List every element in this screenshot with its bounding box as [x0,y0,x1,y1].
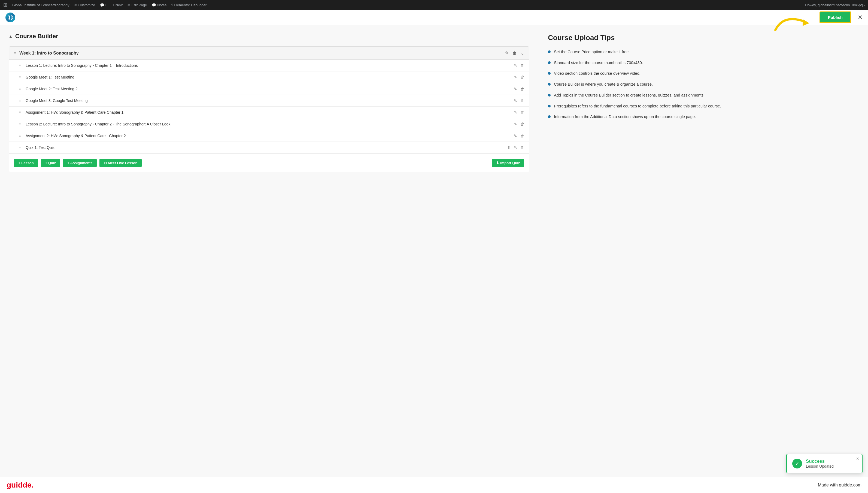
lesson-edit-button[interactable]: ✎ [514,145,517,150]
editor-toolbar: Publish ✕ [0,10,868,25]
lesson-drag-handle[interactable]: ≡ [19,75,21,79]
topic-edit-button[interactable]: ✎ [505,50,509,56]
lesson-title: Assignment 2: HW: Sonography & Patient C… [26,134,510,138]
tip-item: Add Topics in the Course Builder section… [548,92,858,99]
lesson-delete-button[interactable]: 🗑 [520,99,524,103]
elementor-debugger-link[interactable]: ℹ Elementor Debugger [172,3,206,7]
topic-collapse-button[interactable]: ⌄ [521,50,524,56]
lesson-actions: ✎ 🗑 [514,134,524,138]
pencil-icon: ✏ [74,3,77,7]
lesson-row: ≡ Assignment 1: HW: Sonography & Patient… [9,107,529,119]
tip-item: Information from the Additional Data sec… [548,114,858,120]
lesson-delete-button[interactable]: 🗑 [520,87,524,91]
bottom-actions: + Lesson + Quiz + Assignments ⊡ Meet Liv… [9,153,529,172]
wp-admin-bar: ⊞ Global Institute of Echocardiography ✏… [0,0,868,10]
lesson-row: ≡ Google Meet 2: Test Meeting 2 ✎ 🗑 [9,83,529,95]
lesson-delete-button[interactable]: 🗑 [520,63,524,68]
lesson-edit-button[interactable]: ✎ [514,134,517,138]
lesson-title: Assignment 1: HW: Sonography & Patient C… [26,110,510,114]
wp-logo-icon: ⊞ [3,2,7,8]
left-panel: ▲ Course Builder ≡ Week 1: Intro to Sono… [0,25,538,477]
import-quiz-button[interactable]: ⬇ Import Quiz [492,159,524,167]
site-name[interactable]: Global Institute of Echocardiography [12,3,69,7]
add-meet-lesson-button[interactable]: ⊡ Meet Live Lesson [99,159,142,167]
success-title: Success [806,459,834,464]
add-assignments-button[interactable]: + Assignments [63,159,97,167]
comments-link[interactable]: 💬 0 [100,3,107,7]
edit-page-link[interactable]: ✏ Edit Page [128,3,147,7]
svg-point-0 [8,15,13,20]
right-panel: Course Upload Tips Set the Course Price … [538,25,868,477]
customize-link[interactable]: ✏ Customize [74,3,95,7]
publish-button[interactable]: Publish [820,12,851,23]
toast-close-button[interactable]: ✕ [856,456,859,461]
topic-delete-button[interactable]: 🗑 [512,51,517,56]
tip-text: Information from the Additional Data sec… [554,114,696,120]
add-quiz-button[interactable]: + Quiz [41,159,60,167]
plus-icon: + [112,3,114,7]
lesson-edit-button[interactable]: ✎ [514,75,517,79]
guidde-bar: guidde. Made with guidde.com [0,477,868,493]
lesson-delete-button[interactable]: 🗑 [520,145,524,150]
notes-link[interactable]: 💬 Notes [152,3,166,7]
tip-dot [548,115,551,118]
lesson-delete-button[interactable]: 🗑 [520,110,524,114]
tip-item: Video section controls the course overvi… [548,71,858,77]
lesson-actions: ⬆ ✎ 🗑 [507,145,524,150]
lesson-drag-handle[interactable]: ≡ [19,146,21,149]
lesson-actions: ✎ 🗑 [514,110,524,114]
lesson-actions: ✎ 🗑 [514,63,524,68]
lesson-edit-button[interactable]: ✎ [514,110,517,114]
lesson-row: ≡ Quiz 1: Test Quiz ⬆ ✎ 🗑 [9,142,529,153]
tip-item: Standard size for the course thumbnail i… [548,60,858,66]
lesson-row: ≡ Lesson 2: Lecture: Intro to Sonography… [9,119,529,130]
made-with-text: Made with guidde.com [818,483,862,488]
course-builder-header: ▲ Course Builder [9,33,529,40]
lesson-edit-button[interactable]: ✎ [514,63,517,68]
comment-icon: 💬 [100,3,104,7]
lesson-title: Quiz 1: Test Quiz [26,145,504,150]
guidde-logo: guidde. [6,481,34,490]
lesson-row: ≡ Google Meet 1: Test Meeting ✎ 🗑 [9,71,529,83]
info-icon: ℹ [172,3,173,7]
tip-dot [548,94,551,97]
tip-item: Prerequisites refers to the fundamental … [548,103,858,109]
lesson-edit-button[interactable]: ✎ [514,87,517,91]
success-subtitle: Lesson Updated [806,464,834,469]
howdy-text: Howdy, globalinstituteofecho_8m6pq6 [805,3,865,7]
lesson-drag-handle[interactable]: ≡ [19,64,21,67]
close-button[interactable]: ✕ [858,14,863,21]
new-link[interactable]: + New [112,3,122,7]
lesson-edit-button[interactable]: ✎ [514,99,517,103]
success-text-area: Success Lesson Updated [806,459,834,469]
edit-icon: ✏ [128,3,131,7]
lesson-edit-button[interactable]: ✎ [514,122,517,126]
lesson-delete-button[interactable]: 🗑 [520,122,524,126]
tip-dot [548,83,551,86]
lesson-drag-handle[interactable]: ≡ [19,134,21,138]
topic-title: Week 1: Intro to Sonography [19,51,502,56]
topic-header: ≡ Week 1: Intro to Sonography ✎ 🗑 ⌄ [9,47,529,60]
guidde-logo-text: guidde. [6,481,34,489]
lesson-drag-handle[interactable]: ≡ [19,110,21,114]
lesson-delete-button[interactable]: 🗑 [520,75,524,79]
lesson-drag-handle[interactable]: ≡ [19,87,21,91]
lesson-actions: ✎ 🗑 [514,122,524,126]
lesson-delete-button[interactable]: 🗑 [520,134,524,138]
lesson-title: Lesson 2: Lecture: Intro to Sonography -… [26,122,510,126]
topic-actions: ✎ 🗑 ⌄ [505,50,524,56]
lesson-actions: ✎ 🗑 [514,99,524,103]
lesson-drag-handle[interactable]: ≡ [19,122,21,126]
logo-area [5,13,15,22]
share-button[interactable]: ⬆ [507,145,510,150]
lesson-drag-handle[interactable]: ≡ [19,99,21,103]
lesson-title: Google Meet 1: Test Meeting [26,75,510,79]
topic-drag-handle[interactable]: ≡ [14,51,16,55]
success-toast: ✓ Success Lesson Updated ✕ [786,454,863,473]
add-lesson-button[interactable]: + Lesson [14,159,38,167]
tip-text: Add Topics in the Course Builder section… [554,92,705,99]
tip-dot [548,72,551,75]
collapse-icon[interactable]: ▲ [9,34,13,39]
lesson-actions: ✎ 🗑 [514,87,524,91]
tip-text: Course Builder is where you create & org… [554,82,653,88]
